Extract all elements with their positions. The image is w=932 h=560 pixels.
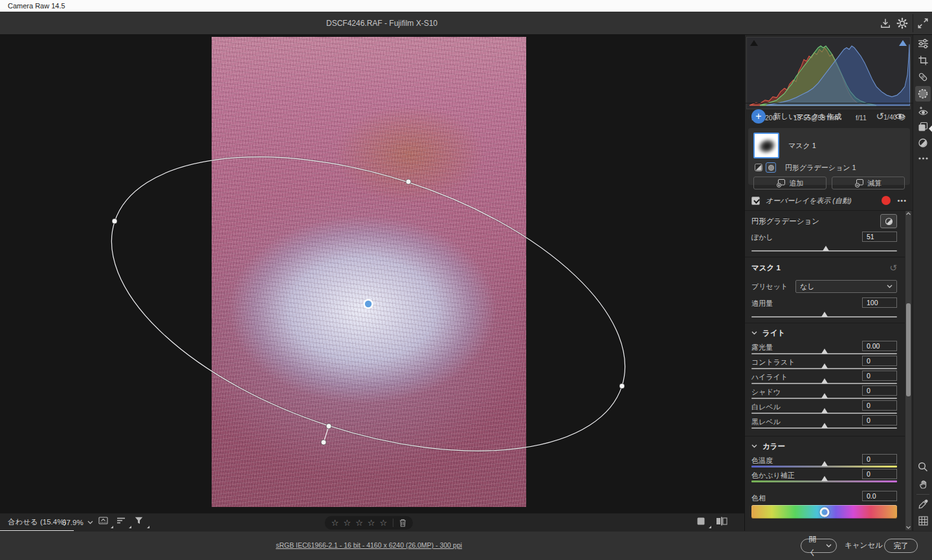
done-button[interactable]: 完了 bbox=[884, 539, 918, 553]
hue-slider[interactable] bbox=[751, 505, 897, 519]
tint-slider[interactable] bbox=[751, 480, 897, 482]
exposure-value[interactable]: 0.00 bbox=[862, 341, 897, 351]
hand-tool-icon[interactable] bbox=[915, 476, 931, 491]
star-icon[interactable]: ☆ bbox=[344, 516, 351, 530]
reset-adjustments-icon[interactable]: ↺ bbox=[889, 263, 897, 273]
chevron-down-icon[interactable] bbox=[751, 331, 757, 335]
mask-list: マスク 1 円形グラデーション 1 追加 bbox=[748, 128, 910, 185]
feather-value[interactable]: 51 bbox=[862, 232, 897, 242]
scrollbar-thumb[interactable] bbox=[906, 303, 911, 396]
mask-component-name: 円形グラデーション 1 bbox=[785, 163, 856, 173]
star-icon[interactable]: ☆ bbox=[368, 516, 375, 530]
delete-trash-icon[interactable] bbox=[399, 519, 406, 527]
snapshots-tool-icon[interactable] bbox=[915, 135, 931, 151]
star-icon[interactable]: ☆ bbox=[379, 516, 387, 530]
open-button[interactable]: 開く bbox=[801, 539, 837, 553]
mask-thumbnail[interactable] bbox=[753, 133, 779, 158]
crop-tool-icon[interactable] bbox=[915, 52, 931, 68]
ellipse-center-pin[interactable] bbox=[364, 300, 373, 308]
mask-undo-icon[interactable]: ↺ bbox=[876, 111, 884, 122]
ellipse-handle-right[interactable] bbox=[619, 383, 625, 389]
mask-add-button[interactable]: 追加 bbox=[753, 177, 827, 189]
temperature-value[interactable]: 0 bbox=[862, 454, 897, 464]
scroll-up-icon[interactable] bbox=[905, 211, 911, 217]
slider-thumb[interactable] bbox=[821, 476, 828, 481]
ellipse-handle-bottom[interactable] bbox=[326, 424, 331, 429]
preferences-gear-icon[interactable] bbox=[896, 17, 908, 29]
contrast-slider[interactable] bbox=[751, 368, 897, 369]
highlight-clipping-indicator[interactable] bbox=[899, 40, 907, 46]
healing-tool-icon[interactable] bbox=[915, 69, 931, 85]
slider-thumb[interactable] bbox=[821, 461, 828, 466]
star-icon[interactable]: ☆ bbox=[331, 516, 339, 530]
blacks-slider[interactable] bbox=[751, 427, 897, 429]
filter-icon[interactable] bbox=[135, 517, 149, 528]
view-mode-icon[interactable] bbox=[98, 517, 113, 528]
mask-visibility-eye-icon[interactable] bbox=[894, 113, 905, 120]
grid-overlay-icon[interactable] bbox=[915, 513, 931, 528]
masking-tool-icon[interactable] bbox=[915, 86, 931, 102]
tint-value[interactable]: 0 bbox=[862, 469, 897, 479]
hue-value[interactable]: 0.0 bbox=[862, 491, 897, 501]
invert-mask-button[interactable] bbox=[880, 214, 897, 228]
mask-subtract-button[interactable]: 減算 bbox=[832, 177, 905, 189]
contrast-value[interactable]: 0 bbox=[862, 356, 897, 366]
overlay-checkbox[interactable] bbox=[751, 197, 760, 205]
whites-value[interactable]: 0 bbox=[862, 400, 897, 411]
slider-thumb[interactable] bbox=[821, 349, 828, 354]
slider-thumb[interactable] bbox=[821, 423, 828, 428]
whites-slider[interactable] bbox=[751, 413, 897, 414]
sort-order-icon[interactable] bbox=[116, 517, 131, 528]
overlay-color-swatch[interactable] bbox=[882, 196, 891, 205]
slider-thumb[interactable] bbox=[821, 312, 828, 317]
presets-tool-icon[interactable] bbox=[915, 119, 931, 135]
image-canvas[interactable] bbox=[0, 35, 744, 513]
create-mask-plus-icon[interactable]: + bbox=[751, 109, 766, 124]
slider-thumb[interactable] bbox=[821, 408, 828, 413]
amount-value[interactable]: 100 bbox=[862, 297, 897, 308]
star-icon[interactable]: ☆ bbox=[355, 516, 363, 530]
slider-thumb[interactable] bbox=[821, 378, 828, 383]
slider-thumb[interactable] bbox=[821, 393, 828, 398]
overlay-options-icon[interactable]: ••• bbox=[897, 197, 907, 204]
amount-slider[interactable] bbox=[751, 316, 897, 318]
slider-thumb[interactable] bbox=[823, 246, 829, 251]
zoom-tool-icon[interactable] bbox=[915, 459, 931, 475]
feather-slider[interactable] bbox=[751, 250, 897, 252]
scroll-down-icon[interactable] bbox=[905, 524, 911, 530]
settings-scrollbar[interactable] bbox=[905, 211, 911, 530]
open-options-chevron-icon[interactable] bbox=[821, 544, 836, 548]
workflow-options-link[interactable]: sRGB IEC61966-2.1 - 16 bit - 4160 x 6240… bbox=[276, 541, 462, 549]
temperature-slider[interactable] bbox=[751, 466, 897, 468]
fullscreen-icon[interactable] bbox=[917, 17, 929, 29]
single-view-icon[interactable] bbox=[696, 517, 711, 528]
exposure-slider[interactable] bbox=[751, 353, 897, 354]
preset-select[interactable]: なし bbox=[795, 280, 897, 293]
ellipse-rotation-handle[interactable] bbox=[321, 440, 326, 445]
hue-handle[interactable] bbox=[819, 507, 829, 517]
ellipse-handle-top[interactable] bbox=[406, 179, 411, 184]
ellipse-handle-left[interactable] bbox=[112, 219, 117, 224]
highlights-value[interactable]: 0 bbox=[862, 371, 897, 381]
white-balance-eyedropper-icon[interactable] bbox=[915, 496, 931, 512]
zoom-level-select[interactable]: 57.9% bbox=[57, 513, 98, 532]
create-mask-label[interactable]: 新しいマスクを作成 bbox=[773, 112, 876, 122]
highlights-slider[interactable] bbox=[751, 383, 897, 384]
mask-component-row[interactable]: 円形グラデーション 1 bbox=[753, 161, 905, 174]
cancel-button[interactable]: キャンセル bbox=[845, 541, 883, 550]
save-image-icon[interactable] bbox=[880, 17, 891, 29]
shadow-clipping-indicator[interactable] bbox=[750, 40, 758, 46]
mask-item-row[interactable]: マスク 1 bbox=[753, 131, 905, 160]
open-button-label[interactable]: 開く bbox=[801, 533, 822, 559]
more-tools-icon[interactable] bbox=[915, 151, 931, 166]
before-after-view-icon[interactable] bbox=[716, 517, 730, 528]
chevron-down-icon[interactable] bbox=[751, 444, 757, 448]
shadows-slider[interactable] bbox=[751, 398, 897, 399]
shadows-value[interactable]: 0 bbox=[862, 385, 897, 396]
chevron-down-icon bbox=[87, 521, 93, 524]
slider-thumb[interactable] bbox=[821, 363, 828, 369]
red-eye-tool-icon[interactable] bbox=[915, 103, 931, 118]
blacks-value[interactable]: 0 bbox=[862, 415, 897, 425]
edit-tool-icon[interactable] bbox=[915, 36, 931, 51]
radial-gradient-component-icon[interactable] bbox=[766, 162, 776, 173]
